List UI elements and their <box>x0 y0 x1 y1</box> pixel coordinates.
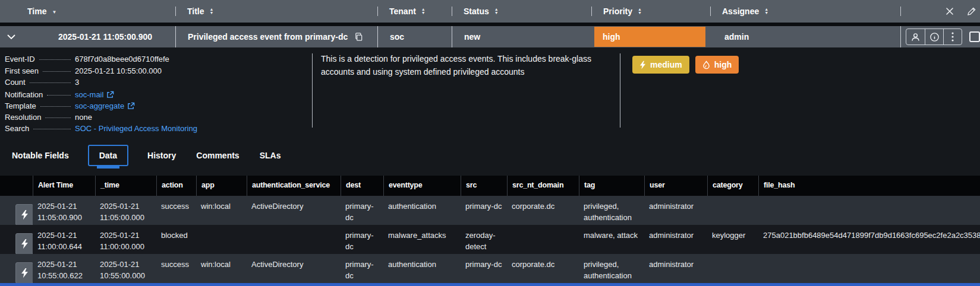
cell-file-hash <box>758 254 980 283</box>
info-button[interactable] <box>925 29 943 45</box>
field-label: Resolution <box>5 113 41 122</box>
template-link[interactable]: soc-aggregate <box>75 101 135 110</box>
cell-tag: malware, attack <box>579 225 644 254</box>
field-label: Count <box>5 78 26 87</box>
th-file-hash[interactable]: file_hash <box>758 176 980 196</box>
sort-icon: ▲▼ <box>210 8 214 15</box>
column-header-assignee[interactable]: Assignee ▲▼ <box>710 0 900 23</box>
alert-time-cell: 2025-01-21 11:05:00.900 <box>23 26 175 47</box>
alert-status-value: new <box>464 32 480 42</box>
th-action[interactable]: action <box>156 176 196 196</box>
event-bolt-button[interactable] <box>15 204 33 225</box>
select-checkbox[interactable] <box>969 31 980 42</box>
tab-comments[interactable]: Comments <box>195 145 240 166</box>
th-src[interactable]: src <box>461 176 507 196</box>
column-header-priority[interactable]: Priority ▲▼ <box>591 0 710 23</box>
cell-eventtype: malware_attacks <box>383 225 461 254</box>
cell-app: win:local <box>196 254 247 283</box>
row-action-button-group <box>906 28 962 45</box>
badge-label: high <box>714 60 732 69</box>
field-search: Search SOC - Privileged Access Monitorin… <box>5 124 305 136</box>
th-authentication-service[interactable]: authentication_service <box>247 176 341 196</box>
alert-detail-panel: Event-ID 678f7d0a8beee0d6710ffefe First … <box>0 47 980 176</box>
th-tag[interactable]: tag <box>579 176 644 196</box>
cell-src: primary-dc <box>461 196 507 225</box>
th-app[interactable]: app <box>196 176 247 196</box>
event-bolt-button[interactable] <box>15 233 33 254</box>
expander-column-header <box>0 0 23 23</box>
notification-link[interactable]: soc-mail <box>75 90 114 99</box>
alert-assignee-cell[interactable]: admin <box>710 26 900 47</box>
bolt-icon <box>21 268 29 278</box>
detail-divider <box>312 53 313 128</box>
assign-user-button[interactable] <box>906 29 925 45</box>
column-header-priority-label: Priority <box>603 7 632 16</box>
copy-icon[interactable] <box>354 32 363 42</box>
kebab-menu-icon <box>951 32 954 42</box>
detail-fields: Event-ID 678f7d0a8beee0d6710ffefe First … <box>5 55 305 136</box>
tab-slas[interactable]: SLAs <box>259 145 282 166</box>
table-row[interactable]: 2025-01-21 11:05:00.900 2025-01-21 11:05… <box>0 196 980 225</box>
flame-icon <box>702 61 710 69</box>
dotted-leader <box>33 129 71 129</box>
th-dest[interactable]: dest <box>341 176 383 196</box>
data-table: Alert Time _time action app authenticati… <box>0 176 980 283</box>
cell-category <box>707 254 758 283</box>
column-header-title-label: Title <box>187 7 204 16</box>
dotted-leader <box>43 71 71 72</box>
tab-history[interactable]: History <box>146 145 177 166</box>
incident-review-panel: Time ▼ Title ▲▼ Tenant ▲▼ Status ▲▼ Prio… <box>0 0 980 286</box>
dotted-leader <box>30 82 71 83</box>
cell-authentication-service <box>247 225 341 254</box>
cell-src: primary-dc <box>461 254 507 283</box>
link-text: soc-aggregate <box>75 101 124 110</box>
th-alert-time[interactable]: Alert Time <box>33 176 95 196</box>
alert-row: 2025-01-21 11:05:00.900 Privileged acces… <box>0 26 980 47</box>
tab-data[interactable]: Data <box>88 145 128 166</box>
user-icon <box>910 32 921 42</box>
cell-src-nt-domain: corporate.dc <box>507 196 579 225</box>
th-user[interactable]: user <box>644 176 707 196</box>
table-row[interactable]: 2025-01-21 10:55:00.622 2025-01-21 10:55… <box>0 254 980 283</box>
link-text: SOC - Privileged Access Monitoring <box>75 124 197 133</box>
cell-app <box>196 225 247 254</box>
cell-app: win:local <box>196 196 247 225</box>
more-actions-button[interactable] <box>943 29 962 45</box>
alert-status-cell[interactable]: new <box>452 26 591 47</box>
th-src-nt-domain[interactable]: src_nt_domain <box>507 176 579 196</box>
priority-high-block[interactable]: high <box>594 27 705 47</box>
row-expander[interactable] <box>0 26 23 47</box>
cell-user: administrator <box>644 225 707 254</box>
sort-icon: ▲▼ <box>494 8 499 15</box>
alert-title-value: Privileged access event from primary-dc <box>188 32 348 42</box>
search-link[interactable]: SOC - Privileged Access Monitoring <box>75 124 197 133</box>
edit-pencil-icon[interactable] <box>966 7 976 17</box>
event-bolt-button[interactable] <box>15 262 33 283</box>
cell-alert-time: 2025-01-21 10:55:00.622 <box>33 254 95 283</box>
th-category[interactable]: category <box>707 176 758 196</box>
sort-icon: ▲▼ <box>638 8 642 15</box>
table-row[interactable]: 2025-01-21 11:00:00.644 2025-01-21 11:00… <box>0 225 980 254</box>
cell-dest: primary-dc <box>341 225 383 254</box>
column-header-time[interactable]: Time ▼ <box>23 0 175 23</box>
th-eventtype[interactable]: eventtype <box>383 176 461 196</box>
column-header-time-label: Time <box>27 7 46 16</box>
cell-file-hash <box>758 196 980 225</box>
tab-notable-fields[interactable]: Notable Fields <box>11 145 70 166</box>
th-time[interactable]: _time <box>95 176 156 196</box>
severity-badge-medium[interactable]: medium <box>632 56 689 74</box>
alert-priority-cell[interactable]: high <box>591 26 710 47</box>
detail-tabs: Notable Fields Data History Comments SLA… <box>11 145 282 166</box>
close-icon[interactable] <box>945 7 954 16</box>
field-value: 678f7d0a8beee0d6710ffefe <box>75 55 169 63</box>
column-header-title[interactable]: Title ▲▼ <box>175 0 377 23</box>
dotted-leader <box>47 95 71 96</box>
cell-category: keylogger <box>707 225 758 254</box>
column-header-tenant[interactable]: Tenant ▲▼ <box>377 0 452 23</box>
column-header-status[interactable]: Status ▲▼ <box>452 0 591 23</box>
severity-badge-high[interactable]: high <box>695 56 739 74</box>
column-header-assignee-label: Assignee <box>722 7 759 16</box>
alert-row-actions <box>900 26 980 47</box>
cell-tag: privileged, authentication <box>579 254 644 283</box>
bottom-scroll-indicator[interactable] <box>0 283 980 286</box>
